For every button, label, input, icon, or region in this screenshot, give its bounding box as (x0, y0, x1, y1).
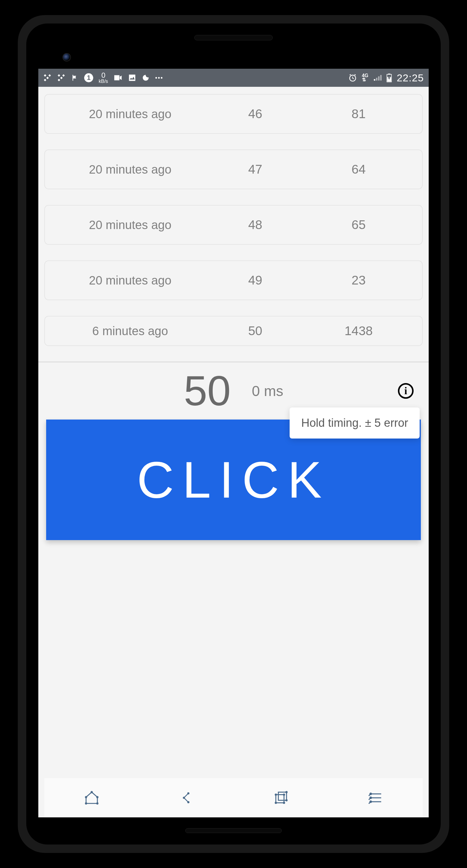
nav-home-button[interactable] (83, 789, 101, 807)
svg-point-30 (370, 801, 371, 802)
svg-rect-0 (44, 74, 46, 76)
status-time: 22:25 (397, 72, 424, 84)
current-row: 50 0 ms i Hold timing. ± 5 error (45, 362, 422, 420)
history-row[interactable]: 20 minutes ago 48 65 (45, 205, 422, 245)
alarm-icon (348, 73, 357, 82)
svg-point-16 (85, 803, 87, 804)
click-button-label: CLICK (137, 450, 330, 509)
history-list: 20 minutes ago 46 81 20 minutes ago 47 6… (45, 94, 422, 346)
history-row[interactable]: 6 minutes ago 50 1438 (45, 316, 422, 346)
svg-rect-6 (62, 74, 64, 76)
history-result: 1438 (304, 324, 413, 338)
svg-point-29 (370, 797, 371, 798)
history-time: 6 minutes ago (54, 324, 206, 338)
nav-menu-button[interactable] (366, 789, 384, 807)
signal-icon (373, 74, 382, 82)
tooltip: Hold timing. ± 5 error (290, 407, 420, 438)
history-row[interactable]: 20 minutes ago 47 64 (45, 150, 422, 189)
svg-rect-3 (44, 79, 46, 81)
svg-rect-10 (388, 73, 390, 74)
nav-back-button[interactable] (177, 789, 195, 807)
phone-camera (62, 53, 71, 61)
moon-icon (142, 74, 150, 82)
svg-point-17 (188, 793, 189, 794)
history-target: 50 (206, 324, 304, 338)
app-icon-2 (57, 73, 65, 82)
svg-point-19 (188, 801, 189, 803)
history-target: 47 (206, 162, 304, 177)
svg-point-23 (283, 794, 285, 795)
svg-point-15 (96, 803, 98, 804)
history-result: 81 (304, 107, 413, 121)
status-left: 1 0 kB/s ••• (43, 72, 163, 84)
history-row[interactable]: 20 minutes ago 49 23 (45, 260, 422, 300)
circle-one-icon: 1 (84, 73, 93, 82)
svg-rect-1 (46, 76, 49, 79)
history-target: 46 (206, 107, 304, 121)
status-right: 4G⇅ 22:25 (348, 72, 424, 84)
svg-point-26 (286, 792, 287, 793)
info-icon: i (404, 385, 407, 397)
svg-rect-5 (60, 76, 62, 79)
history-target: 49 (206, 273, 304, 287)
screen: 1 0 kB/s ••• (38, 69, 429, 817)
history-target: 48 (206, 218, 304, 232)
app-content: 20 minutes ago 46 81 20 minutes ago 47 6… (38, 87, 429, 817)
svg-rect-21 (278, 792, 286, 800)
status-bar: 1 0 kB/s ••• (38, 69, 429, 87)
svg-point-12 (85, 797, 87, 798)
flag-icon (71, 73, 79, 82)
svg-point-22 (275, 794, 276, 795)
battery-icon (386, 73, 392, 82)
network-speed: 0 kB/s (99, 72, 108, 84)
history-result: 23 (304, 273, 413, 287)
svg-point-24 (275, 802, 276, 804)
svg-point-13 (91, 792, 92, 793)
svg-rect-20 (276, 795, 284, 803)
system-nav-bar (45, 778, 422, 817)
phone-inner: 1 0 kB/s ••• (26, 24, 441, 844)
phone-speaker-top (194, 35, 273, 40)
info-button[interactable]: i (398, 383, 414, 399)
current-target: 50 (184, 367, 231, 415)
history-row[interactable]: 20 minutes ago 46 81 (45, 94, 422, 134)
history-result: 65 (304, 218, 413, 232)
history-time: 20 minutes ago (54, 107, 206, 121)
svg-rect-7 (58, 79, 60, 81)
history-time: 20 minutes ago (54, 162, 206, 177)
kbps-unit: kB/s (99, 79, 108, 84)
app-icon-1 (43, 73, 52, 82)
history-time: 20 minutes ago (54, 273, 206, 287)
history-result: 64 (304, 162, 413, 177)
phone-frame: 1 0 kB/s ••• (18, 15, 449, 853)
svg-point-14 (96, 797, 98, 798)
phone-speaker-bottom (185, 828, 282, 833)
svg-rect-2 (48, 74, 51, 76)
svg-point-18 (183, 797, 185, 798)
current-ms: 0 ms (252, 383, 283, 399)
kbps-value: 0 (99, 72, 108, 79)
history-time: 20 minutes ago (54, 218, 206, 232)
video-icon (113, 74, 122, 81)
nav-recent-button[interactable] (272, 789, 290, 807)
svg-point-28 (370, 793, 371, 795)
svg-rect-4 (58, 74, 60, 76)
image-icon (128, 73, 136, 82)
svg-point-27 (286, 800, 287, 801)
more-icon: ••• (155, 74, 163, 82)
svg-point-25 (283, 802, 285, 804)
network-4g: 4G⇅ (362, 73, 368, 82)
